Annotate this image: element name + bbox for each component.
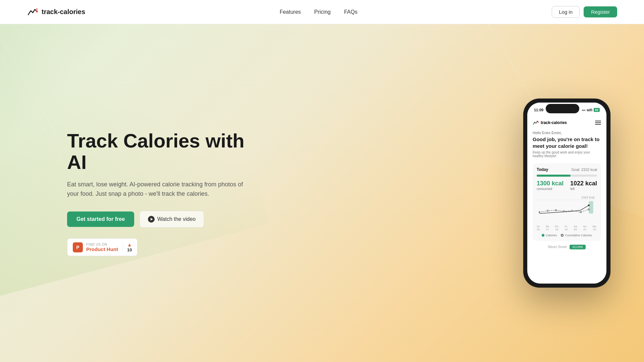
signal-icon: ▪▪▪ <box>582 108 586 112</box>
chart-goal-label: 2322 kcal <box>581 196 594 199</box>
login-button[interactable]: Log in <box>552 6 580 18</box>
legend-calories: Calories <box>542 234 557 237</box>
chart-day-5: So.21. <box>583 225 587 231</box>
hero-buttons: Get started for free Watch the video <box>67 211 255 228</box>
nav-pricing[interactable]: Pricing <box>314 9 331 15</box>
chart-day-1: Mi.17. <box>546 225 549 231</box>
hero-copy: Track Calories with AI Eat smart, lose w… <box>67 130 255 256</box>
calories-row: 1300 kcal consumed 1022 kcal left <box>537 180 597 191</box>
calories-card: Today Goal: 2322 kcal 1300 kcal consumed <box>533 163 601 241</box>
producthunt-text: FIND US ON Product Hunt <box>86 243 118 252</box>
legend-cumulative-label: Cumulative Calories <box>565 234 592 237</box>
goal-label: Goal: 2322 kcal <box>572 168 597 172</box>
hero-subtitle: Eat smart, lose weight. AI-powered calor… <box>67 180 255 199</box>
chart-day-3: Fr.19. <box>565 225 568 231</box>
phone-logo-icon <box>533 120 539 125</box>
hamburger-menu-icon[interactable] <box>595 121 601 125</box>
producthunt-name: Product Hunt <box>86 246 118 252</box>
play-icon <box>148 216 155 223</box>
calories-consumed-value: 1300 kcal <box>537 180 564 187</box>
neuro-score-badge: SCORE <box>570 245 586 249</box>
progress-bar-background <box>537 175 597 177</box>
producthunt-badge[interactable]: P FIND US ON Product Hunt ▲ 10 <box>67 238 138 256</box>
legend-calories-label: Calories <box>546 234 557 237</box>
register-button[interactable]: Register <box>584 6 617 17</box>
phone-brand-name: track-calories <box>541 120 567 125</box>
chart-legend: Calories Cumulative Calories <box>537 234 597 237</box>
nav-actions: Log in Register <box>552 6 617 18</box>
nav-faqs[interactable]: FAQs <box>344 9 358 15</box>
phone-mockup: 11:09 ▪▪▪ wifi 82 <box>523 99 610 288</box>
svg-point-6 <box>555 209 556 211</box>
wifi-icon: wifi <box>587 108 592 112</box>
legend-cumulative: Cumulative Calories <box>561 234 592 237</box>
hero-title: Track Calories with AI <box>67 130 255 173</box>
hamburger-line-1 <box>595 121 601 121</box>
producthunt-upvote: ▲ 10 <box>123 242 132 252</box>
neuro-score-label: Neuro Score SCORE <box>533 245 601 249</box>
svg-rect-3 <box>589 201 593 214</box>
phone-logo: track-calories <box>533 120 567 125</box>
watch-video-label: Watch the video <box>157 216 196 222</box>
nav-links: Features Pricing FAQs <box>280 9 358 15</box>
status-icons: ▪▪▪ wifi 82 <box>582 108 600 112</box>
svg-point-1 <box>538 122 539 123</box>
svg-point-11 <box>588 204 590 206</box>
svg-point-0 <box>36 10 38 12</box>
legend-cumulative-dot <box>561 234 564 237</box>
chart-day-2: Do.18. <box>555 225 559 231</box>
phone-showcase: 11:09 ▪▪▪ wifi 82 <box>523 99 610 288</box>
phone-app-header: track-calories <box>533 120 601 125</box>
left-block: 1022 kcal left <box>570 180 597 191</box>
svg-point-5 <box>547 210 548 212</box>
navbar: track-calories Features Pricing FAQs Log… <box>0 0 644 24</box>
phone-app-content: track-calories Hello Enes Emini, Good jo… <box>527 116 606 253</box>
upvote-count: 10 <box>127 247 132 252</box>
logo-icon <box>27 7 39 17</box>
producthunt-logo: P <box>73 242 83 252</box>
brand-name: track-calories <box>42 8 85 16</box>
goal-subtext: Keep up the good work and enjoy your hea… <box>533 150 601 158</box>
hamburger-line-3 <box>595 124 601 125</box>
goal-headline: Good job, you're on track to meet your c… <box>533 136 601 149</box>
battery-indicator: 82 <box>594 108 600 112</box>
calories-header: Today Goal: 2322 kcal <box>537 167 597 172</box>
consumed-block: 1300 kcal consumed <box>537 180 564 191</box>
phone-time: 11:09 <box>534 108 543 112</box>
svg-point-4 <box>539 212 540 213</box>
phone-status-bar: 11:09 ▪▪▪ wifi 82 <box>527 103 606 116</box>
chart-day-0: Di.16. <box>537 225 540 231</box>
upvote-arrow-icon: ▲ <box>127 242 132 247</box>
get-started-button[interactable]: Get started for free <box>67 212 134 227</box>
consumed-label: consumed <box>537 187 564 191</box>
brand-logo[interactable]: track-calories <box>27 7 85 17</box>
hamburger-line-2 <box>595 122 601 123</box>
chart-day-labels: Di.16. Mi.17. Do.18. Fr.19. Sa.20. So.21… <box>537 225 597 231</box>
left-label: left <box>570 187 597 191</box>
hero-section: Track Calories with AI Eat smart, lose w… <box>0 0 644 362</box>
chart-day-4: Sa.20. <box>574 225 578 231</box>
calorie-chart: 2322 kcal <box>537 194 597 224</box>
phone-screen: 11:09 ▪▪▪ wifi 82 <box>527 103 606 284</box>
nav-features[interactable]: Features <box>280 9 301 15</box>
chart-day-6: Mo.22. <box>593 225 597 231</box>
watch-video-button[interactable]: Watch the video <box>140 211 204 228</box>
greeting-text: Hello Enes Emini, <box>533 131 601 135</box>
svg-point-7 <box>564 210 565 212</box>
today-label: Today <box>537 167 548 172</box>
producthunt-find-label: FIND US ON <box>86 243 118 246</box>
legend-calories-dot <box>542 234 544 237</box>
neuro-score-text: Neuro Score <box>548 245 567 249</box>
calories-left-value: 1022 kcal <box>570 180 597 187</box>
svg-point-9 <box>580 212 581 213</box>
svg-point-8 <box>572 210 573 212</box>
phone-notch <box>546 104 579 113</box>
svg-point-10 <box>588 209 589 210</box>
progress-bar-fill <box>537 175 571 177</box>
